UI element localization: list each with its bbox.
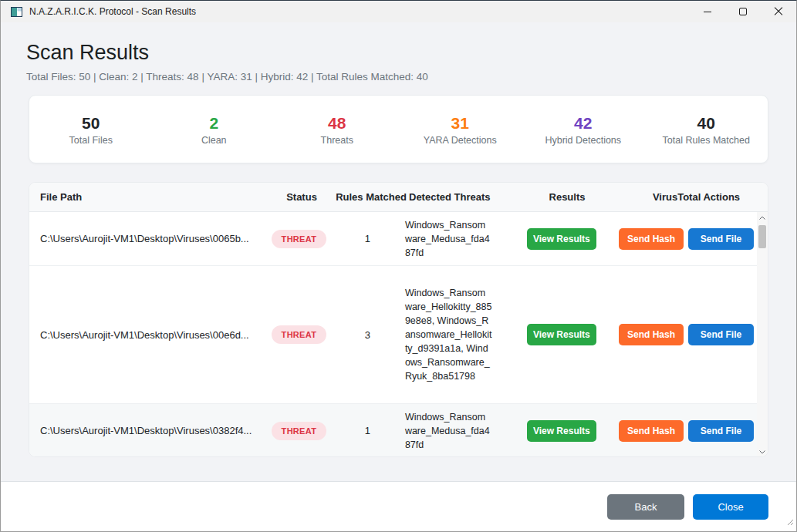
status-cell: THREAT — [268, 422, 330, 440]
table-header: File Path Status Rules Matched Detected … — [29, 183, 768, 212]
chevron-down-icon — [759, 450, 765, 454]
send-file-button[interactable]: Send File — [688, 420, 754, 442]
detected-threats-cell: Windows_Ransomware_Hellokitty_8859e8e8, … — [405, 286, 505, 383]
stat-value: 42 — [522, 113, 645, 133]
status-cell: THREAT — [268, 230, 330, 248]
app-window: N.A.Z.A.R.I.C.K. Protocol - Scan Results… — [0, 0, 797, 532]
stat-threats: 48 Threats — [275, 113, 399, 146]
status-cell: THREAT — [268, 325, 330, 344]
status-badge: THREAT — [272, 230, 327, 248]
header-virustotal-actions: VirusTotal Actions — [625, 191, 768, 203]
view-results-button[interactable]: View Results — [527, 324, 596, 345]
virustotal-actions-cell: Send Hash Send File — [619, 228, 757, 250]
scrollbar-thumb[interactable] — [758, 225, 766, 248]
stat-value: 40 — [645, 113, 768, 133]
stat-total-rules-matched: 40 Total Rules Matched — [645, 113, 768, 146]
send-hash-button[interactable]: Send Hash — [619, 228, 684, 250]
results-cell: View Results — [505, 420, 619, 442]
stat-label: Hybrid Detections — [522, 135, 645, 146]
window-controls — [690, 1, 796, 22]
header-detected-threats: Detected Threats — [409, 191, 509, 203]
titlebar: N.A.Z.A.R.I.C.K. Protocol - Scan Results — [1, 1, 796, 22]
send-file-button[interactable]: Send File — [688, 324, 754, 345]
scroll-up-button[interactable] — [757, 212, 768, 224]
rules-matched-cell: 3 — [330, 329, 405, 341]
app-icon — [11, 7, 22, 17]
stat-hybrid-detections: 42 Hybrid Detections — [522, 113, 645, 146]
stats-card: 50 Total Files 2 Clean 48 Threats 31 YAR… — [29, 95, 768, 163]
detected-threats-cell: Windows_Ransomware_Medusa_fda487fd — [405, 218, 505, 260]
stat-label: YARA Detections — [399, 135, 522, 146]
file-path-cell: C:\Users\Aurojit-VM1\Desktop\Viruses\006… — [40, 233, 268, 244]
send-hash-button[interactable]: Send Hash — [619, 420, 684, 442]
window-title: N.A.Z.A.R.I.C.K. Protocol - Scan Results — [29, 6, 196, 17]
close-button[interactable]: Close — [693, 494, 768, 520]
rules-matched-cell: 1 — [330, 233, 405, 244]
stat-total-files: 50 Total Files — [29, 113, 153, 146]
stat-label: Total Rules Matched — [645, 135, 768, 146]
table-body: C:\Users\Aurojit-VM1\Desktop\Viruses\006… — [29, 212, 768, 457]
status-badge: THREAT — [272, 422, 327, 440]
window-close-button[interactable] — [761, 1, 796, 22]
minimize-icon — [704, 12, 711, 12]
detected-threats-cell: Windows_Ransomware_Medusa_fda487fd — [405, 410, 505, 452]
stat-value: 50 — [29, 113, 153, 133]
table-row: C:\Users\Aurojit-VM1\Desktop\Viruses\006… — [29, 212, 757, 266]
stat-yara-detections: 31 YARA Detections — [399, 113, 522, 146]
header-results: Results — [509, 191, 625, 203]
virustotal-actions-cell: Send Hash Send File — [619, 420, 757, 442]
stat-value: 31 — [399, 113, 522, 133]
close-icon — [774, 7, 783, 16]
send-hash-button[interactable]: Send Hash — [619, 324, 684, 345]
table-row: C:\Users\Aurojit-VM1\Desktop\Viruses\00e… — [29, 266, 757, 404]
view-results-button[interactable]: View Results — [527, 420, 596, 442]
file-path-cell: C:\Users\Aurojit-VM1\Desktop\Viruses\038… — [40, 425, 268, 436]
main-content: Scan Results Total Files: 50 | Clean: 2 … — [1, 22, 796, 481]
stat-value: 48 — [275, 113, 399, 133]
scan-summary: Total Files: 50 | Clean: 2 | Threats: 48… — [26, 71, 768, 82]
stat-label: Threats — [275, 135, 399, 146]
status-badge: THREAT — [272, 325, 327, 344]
header-status: Status — [270, 191, 333, 203]
results-cell: View Results — [505, 324, 619, 345]
stat-value: 2 — [153, 113, 276, 133]
results-cell: View Results — [505, 228, 619, 250]
table-row: C:\Users\Aurojit-VM1\Desktop\Viruses\038… — [29, 404, 757, 457]
virustotal-actions-cell: Send Hash Send File — [619, 324, 757, 345]
scroll-down-button[interactable] — [757, 446, 768, 457]
window-minimize-button[interactable] — [690, 1, 725, 22]
stat-label: Clean — [153, 135, 276, 146]
page-title: Scan Results — [26, 39, 768, 66]
back-button[interactable]: Back — [607, 494, 684, 520]
stat-clean: 2 Clean — [153, 113, 276, 146]
header-rules-matched: Rules Matched — [333, 191, 409, 203]
window-maximize-button[interactable] — [725, 1, 761, 22]
view-results-button[interactable]: View Results — [527, 228, 596, 250]
footer: Back Close — [1, 481, 796, 531]
stat-label: Total Files — [29, 135, 153, 146]
rules-matched-cell: 1 — [330, 425, 405, 436]
resize-grip-icon[interactable] — [786, 515, 794, 529]
table-scrollbar[interactable] — [757, 212, 768, 457]
maximize-icon — [739, 8, 747, 15]
send-file-button[interactable]: Send File — [688, 228, 754, 250]
results-table: File Path Status Rules Matched Detected … — [29, 182, 768, 457]
header-file-path: File Path — [40, 191, 270, 203]
file-path-cell: C:\Users\Aurojit-VM1\Desktop\Viruses\00e… — [40, 329, 268, 341]
chevron-up-icon — [759, 216, 765, 220]
